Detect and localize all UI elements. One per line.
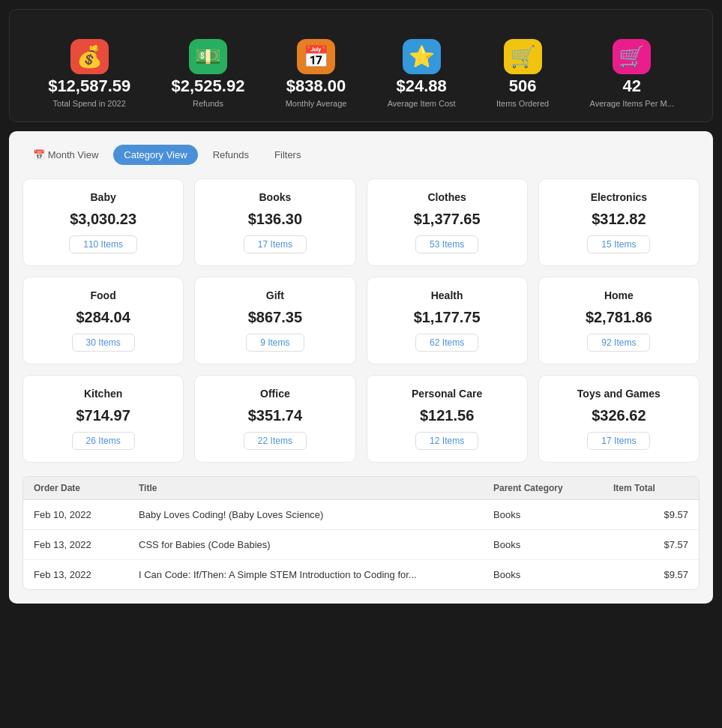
category-items-btn-kitchen[interactable]: 26 Items [72,432,135,450]
table-header-2: Parent Category [493,483,613,493]
category-items-btn-food[interactable]: 30 Items [72,334,135,352]
category-items-btn-books[interactable]: 17 Items [244,235,307,253]
category-items-btn-electronics[interactable]: 15 Items [587,235,650,253]
row-total-1: $7.57 [613,539,688,550]
dashboard-header: 💰$12,587.59Total Spend in 2022💵$2,525.92… [9,9,713,122]
table-row: Feb 13, 2022I Can Code: If/Then: A Simpl… [23,560,699,589]
row-title-2: I Can Code: If/Then: A Simple STEM Intro… [139,569,493,580]
category-amount-baby: $3,030.23 [70,211,136,228]
stat-avg-items-per-month: 🛒42Average Items Per M... [590,37,674,108]
stat-icon-total-spend: 💰 [70,37,109,70]
category-items-btn-health[interactable]: 62 Items [415,334,478,352]
tab-month-view[interactable]: 📅 Month View [22,145,109,165]
tab-filters[interactable]: Filters [264,145,311,165]
stat-label-refunds: Refunds [193,99,223,108]
category-card-electronics: Electronics$312.8215 Items [538,178,700,266]
stat-refunds: 💵$2,525.92Refunds [172,37,245,108]
stat-total-spend: 💰$12,587.59Total Spend in 2022 [48,37,130,108]
stat-icon-refunds: 💵 [189,37,227,70]
category-amount-books: $136.30 [248,211,302,228]
category-card-food: Food$284.0430 Items [22,277,184,364]
category-card-books: Books$136.3017 Items [194,178,355,266]
category-card-home: Home$2,781.8692 Items [538,277,700,364]
category-card-office: Office$351.7422 Items [194,375,355,463]
category-card-health: Health$1,177.7562 Items [367,277,528,364]
category-card-clothes: Clothes$1,377.6553 Items [367,178,528,266]
category-card-toys-and-games: Toys and Games$326.6217 Items [538,375,700,463]
category-amount-personal-care: $121.56 [420,407,474,424]
category-items-btn-toys-and-games[interactable]: 17 Items [587,432,650,450]
table-header: Order DateTitleParent CategoryItem Total [23,477,699,500]
category-name-clothes: Clothes [427,191,466,203]
stat-value-items-ordered: 506 [509,76,537,96]
category-name-electronics: Electronics [591,191,647,203]
row-date-0: Feb 10, 2022 [34,509,139,520]
category-name-books: Books [259,191,291,203]
stat-label-total-spend: Total Spend in 2022 [53,99,126,108]
row-category-1: Books [493,539,613,550]
tab-refunds[interactable]: Refunds [202,145,259,165]
category-name-office: Office [260,388,290,400]
stat-icon-avg-item-cost: ⭐ [403,37,441,70]
category-amount-electronics: $312.82 [592,211,646,228]
stat-label-avg-items-per-month: Average Items Per M... [590,99,674,108]
stat-icon-avg-items-per-month: 🛒 [613,37,651,70]
data-table: Order DateTitleParent CategoryItem Total… [22,476,700,590]
category-items-btn-personal-care[interactable]: 12 Items [415,432,478,450]
row-date-1: Feb 13, 2022 [34,539,139,550]
tab-label-month-view: Month View [48,149,99,160]
row-category-2: Books [493,569,613,580]
tab-bar: 📅 Month ViewCategory ViewRefundsFilters [22,145,700,165]
stat-avg-item-cost: ⭐$24.88Average Item Cost [388,37,456,108]
stats-row: 💰$12,587.59Total Spend in 2022💵$2,525.92… [28,37,694,108]
stat-icon-monthly-average: 📅 [297,37,335,70]
category-items-btn-office[interactable]: 22 Items [244,432,307,450]
stat-value-total-spend: $12,587.59 [48,76,130,96]
category-card-kitchen: Kitchen$714.9726 Items [22,375,184,463]
tab-label-refunds: Refunds [213,149,249,160]
table-row: Feb 10, 2022Baby Loves Coding! (Baby Lov… [23,500,699,530]
category-name-food: Food [91,289,116,301]
category-items-btn-baby[interactable]: 110 Items [69,235,137,253]
category-amount-clothes: $1,377.65 [414,211,481,228]
category-amount-toys-and-games: $326.62 [592,407,646,424]
stat-label-items-ordered: Items Ordered [496,99,549,108]
category-amount-gift: $867.35 [248,309,302,326]
row-total-2: $9.57 [613,569,688,580]
category-name-baby: Baby [91,191,116,203]
category-card-gift: Gift$867.359 Items [194,277,355,364]
category-amount-home: $2,781.86 [586,309,652,326]
table-header-3: Item Total [613,483,688,493]
main-content: 📅 Month ViewCategory ViewRefundsFilters … [9,131,713,604]
category-card-baby: Baby$3,030.23110 Items [22,178,184,266]
stat-value-avg-item-cost: $24.88 [397,76,447,96]
row-category-0: Books [493,509,613,520]
category-items-btn-gift[interactable]: 9 Items [246,334,304,352]
table-header-0: Order Date [34,483,139,493]
category-name-home: Home [604,289,634,301]
table-header-1: Title [139,483,493,493]
stat-items-ordered: 🛒506Items Ordered [496,37,549,108]
category-items-btn-clothes[interactable]: 53 Items [415,235,478,253]
category-name-health: Health [431,289,463,301]
category-name-personal-care: Personal Care [412,388,482,400]
tab-category-view[interactable]: Category View [113,145,197,165]
category-amount-food: $284.04 [76,309,130,326]
table-row: Feb 13, 2022CSS for Babies (Code Babies)… [23,530,699,560]
category-items-btn-home[interactable]: 92 Items [587,334,650,352]
category-card-personal-care: Personal Care$121.5612 Items [367,375,528,463]
row-title-1: CSS for Babies (Code Babies) [139,539,493,550]
stat-icon-items-ordered: 🛒 [504,37,542,70]
row-date-2: Feb 13, 2022 [34,569,139,580]
stat-value-monthly-average: $838.00 [286,76,346,96]
row-total-0: $9.57 [613,509,688,520]
stat-label-avg-item-cost: Average Item Cost [388,99,456,108]
tab-label-filters: Filters [274,149,301,160]
category-amount-health: $1,177.75 [414,309,481,326]
stat-label-monthly-average: Monthly Average [286,99,347,108]
tab-icon-month-view: 📅 [33,149,45,160]
row-title-0: Baby Loves Coding! (Baby Loves Science) [139,509,493,520]
category-amount-kitchen: $714.97 [76,407,130,424]
category-name-gift: Gift [266,289,284,301]
category-name-kitchen: Kitchen [84,388,122,400]
